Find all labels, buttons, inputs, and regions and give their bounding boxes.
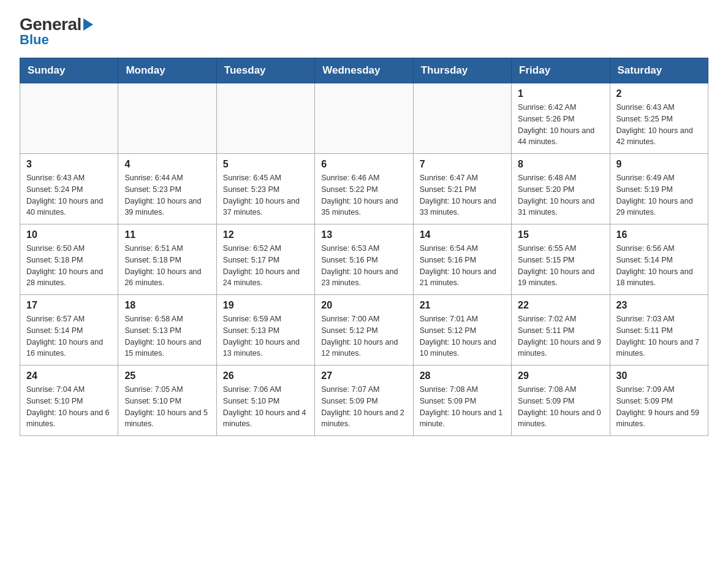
day-number: 6 bbox=[321, 159, 406, 170]
day-info: Sunrise: 7:00 AMSunset: 5:12 PMDaylight:… bbox=[321, 313, 406, 359]
day-number: 30 bbox=[616, 370, 702, 381]
calendar-cell: 2Sunrise: 6:43 AMSunset: 5:25 PMDaylight… bbox=[610, 83, 708, 154]
calendar-cell: 8Sunrise: 6:48 AMSunset: 5:20 PMDaylight… bbox=[512, 154, 610, 224]
calendar-cell: 7Sunrise: 6:47 AMSunset: 5:21 PMDaylight… bbox=[413, 154, 511, 224]
day-number: 4 bbox=[124, 159, 210, 170]
calendar-cell: 17Sunrise: 6:57 AMSunset: 5:14 PMDayligh… bbox=[20, 295, 118, 366]
day-number: 18 bbox=[124, 300, 210, 311]
calendar-cell bbox=[118, 83, 216, 154]
day-info: Sunrise: 6:51 AMSunset: 5:18 PMDaylight:… bbox=[124, 243, 210, 289]
day-number: 21 bbox=[420, 300, 505, 311]
day-info: Sunrise: 7:01 AMSunset: 5:12 PMDaylight:… bbox=[420, 313, 505, 359]
day-info: Sunrise: 6:42 AMSunset: 5:26 PMDaylight:… bbox=[518, 102, 603, 148]
calendar-cell: 13Sunrise: 6:53 AMSunset: 5:16 PMDayligh… bbox=[315, 224, 413, 295]
day-info: Sunrise: 6:46 AMSunset: 5:22 PMDaylight:… bbox=[321, 172, 406, 218]
calendar-cell: 1Sunrise: 6:42 AMSunset: 5:26 PMDaylight… bbox=[512, 83, 610, 154]
week-row-1: 1Sunrise: 6:42 AMSunset: 5:26 PMDaylight… bbox=[20, 83, 708, 154]
day-info: Sunrise: 6:55 AMSunset: 5:15 PMDaylight:… bbox=[518, 243, 603, 289]
calendar-cell: 23Sunrise: 7:03 AMSunset: 5:11 PMDayligh… bbox=[610, 295, 708, 366]
calendar-cell: 3Sunrise: 6:43 AMSunset: 5:24 PMDaylight… bbox=[20, 154, 118, 224]
day-number: 3 bbox=[26, 159, 112, 170]
calendar-cell: 18Sunrise: 6:58 AMSunset: 5:13 PMDayligh… bbox=[118, 295, 216, 366]
day-number: 22 bbox=[518, 300, 603, 311]
day-number: 12 bbox=[223, 229, 308, 240]
day-info: Sunrise: 6:43 AMSunset: 5:24 PMDaylight:… bbox=[26, 172, 112, 218]
day-number: 14 bbox=[420, 229, 505, 240]
column-header-friday: Friday bbox=[512, 58, 610, 83]
week-row-5: 24Sunrise: 7:04 AMSunset: 5:10 PMDayligh… bbox=[20, 366, 708, 436]
calendar-cell: 4Sunrise: 6:44 AMSunset: 5:23 PMDaylight… bbox=[118, 154, 216, 224]
day-number: 28 bbox=[420, 370, 505, 381]
calendar-cell: 9Sunrise: 6:49 AMSunset: 5:19 PMDaylight… bbox=[610, 154, 708, 224]
day-info: Sunrise: 6:57 AMSunset: 5:14 PMDaylight:… bbox=[26, 313, 112, 359]
week-row-2: 3Sunrise: 6:43 AMSunset: 5:24 PMDaylight… bbox=[20, 154, 708, 224]
day-number: 20 bbox=[321, 300, 406, 311]
calendar-table: SundayMondayTuesdayWednesdayThursdayFrid… bbox=[20, 58, 708, 436]
calendar-cell bbox=[315, 83, 413, 154]
day-info: Sunrise: 6:45 AMSunset: 5:23 PMDaylight:… bbox=[223, 172, 308, 218]
day-number: 19 bbox=[223, 300, 308, 311]
calendar-cell: 25Sunrise: 7:05 AMSunset: 5:10 PMDayligh… bbox=[118, 366, 216, 436]
calendar-cell bbox=[216, 83, 314, 154]
column-header-sunday: Sunday bbox=[20, 58, 118, 83]
day-number: 10 bbox=[26, 229, 112, 240]
day-info: Sunrise: 7:03 AMSunset: 5:11 PMDaylight:… bbox=[616, 313, 702, 359]
day-number: 13 bbox=[321, 229, 406, 240]
calendar-cell: 14Sunrise: 6:54 AMSunset: 5:16 PMDayligh… bbox=[413, 224, 511, 295]
week-row-4: 17Sunrise: 6:57 AMSunset: 5:14 PMDayligh… bbox=[20, 295, 708, 366]
calendar-cell: 29Sunrise: 7:08 AMSunset: 5:09 PMDayligh… bbox=[512, 366, 610, 436]
day-info: Sunrise: 7:08 AMSunset: 5:09 PMDaylight:… bbox=[518, 384, 603, 430]
calendar-header-row: SundayMondayTuesdayWednesdayThursdayFrid… bbox=[20, 58, 708, 83]
day-info: Sunrise: 6:56 AMSunset: 5:14 PMDaylight:… bbox=[616, 243, 702, 289]
calendar-cell: 22Sunrise: 7:02 AMSunset: 5:11 PMDayligh… bbox=[512, 295, 610, 366]
day-info: Sunrise: 7:02 AMSunset: 5:11 PMDaylight:… bbox=[518, 313, 603, 359]
day-info: Sunrise: 6:47 AMSunset: 5:21 PMDaylight:… bbox=[420, 172, 505, 218]
day-info: Sunrise: 6:50 AMSunset: 5:18 PMDaylight:… bbox=[26, 243, 112, 289]
day-number: 17 bbox=[26, 300, 112, 311]
day-info: Sunrise: 6:44 AMSunset: 5:23 PMDaylight:… bbox=[124, 172, 210, 218]
day-number: 27 bbox=[321, 370, 406, 381]
day-info: Sunrise: 7:07 AMSunset: 5:09 PMDaylight:… bbox=[321, 384, 406, 430]
day-number: 1 bbox=[518, 88, 603, 99]
day-number: 5 bbox=[223, 159, 308, 170]
day-info: Sunrise: 6:59 AMSunset: 5:13 PMDaylight:… bbox=[223, 313, 308, 359]
calendar-cell: 6Sunrise: 6:46 AMSunset: 5:22 PMDaylight… bbox=[315, 154, 413, 224]
day-number: 15 bbox=[518, 229, 603, 240]
logo: General Blue bbox=[20, 15, 93, 48]
day-info: Sunrise: 6:43 AMSunset: 5:25 PMDaylight:… bbox=[616, 102, 702, 148]
page-header: General Blue bbox=[20, 15, 708, 48]
day-info: Sunrise: 6:58 AMSunset: 5:13 PMDaylight:… bbox=[124, 313, 210, 359]
day-number: 26 bbox=[223, 370, 308, 381]
week-row-3: 10Sunrise: 6:50 AMSunset: 5:18 PMDayligh… bbox=[20, 224, 708, 295]
day-number: 2 bbox=[616, 88, 702, 99]
day-info: Sunrise: 7:09 AMSunset: 5:09 PMDaylight:… bbox=[616, 384, 702, 430]
calendar-cell bbox=[413, 83, 511, 154]
day-info: Sunrise: 6:53 AMSunset: 5:16 PMDaylight:… bbox=[321, 243, 406, 289]
column-header-wednesday: Wednesday bbox=[315, 58, 413, 83]
calendar-cell: 27Sunrise: 7:07 AMSunset: 5:09 PMDayligh… bbox=[315, 366, 413, 436]
calendar-cell: 20Sunrise: 7:00 AMSunset: 5:12 PMDayligh… bbox=[315, 295, 413, 366]
column-header-thursday: Thursday bbox=[413, 58, 511, 83]
calendar-cell: 30Sunrise: 7:09 AMSunset: 5:09 PMDayligh… bbox=[610, 366, 708, 436]
calendar-cell: 5Sunrise: 6:45 AMSunset: 5:23 PMDaylight… bbox=[216, 154, 314, 224]
calendar-cell: 24Sunrise: 7:04 AMSunset: 5:10 PMDayligh… bbox=[20, 366, 118, 436]
day-info: Sunrise: 7:05 AMSunset: 5:10 PMDaylight:… bbox=[124, 384, 210, 430]
day-info: Sunrise: 6:52 AMSunset: 5:17 PMDaylight:… bbox=[223, 243, 308, 289]
calendar-cell: 11Sunrise: 6:51 AMSunset: 5:18 PMDayligh… bbox=[118, 224, 216, 295]
day-info: Sunrise: 6:48 AMSunset: 5:20 PMDaylight:… bbox=[518, 172, 603, 218]
column-header-tuesday: Tuesday bbox=[216, 58, 314, 83]
calendar-cell: 12Sunrise: 6:52 AMSunset: 5:17 PMDayligh… bbox=[216, 224, 314, 295]
calendar-cell: 26Sunrise: 7:06 AMSunset: 5:10 PMDayligh… bbox=[216, 366, 314, 436]
day-number: 11 bbox=[124, 229, 210, 240]
day-info: Sunrise: 6:49 AMSunset: 5:19 PMDaylight:… bbox=[616, 172, 702, 218]
calendar-cell: 15Sunrise: 6:55 AMSunset: 5:15 PMDayligh… bbox=[512, 224, 610, 295]
column-header-saturday: Saturday bbox=[610, 58, 708, 83]
day-number: 29 bbox=[518, 370, 603, 381]
day-info: Sunrise: 6:54 AMSunset: 5:16 PMDaylight:… bbox=[420, 243, 505, 289]
day-number: 9 bbox=[616, 159, 702, 170]
logo-triangle-icon bbox=[83, 18, 93, 31]
day-number: 8 bbox=[518, 159, 603, 170]
day-number: 25 bbox=[124, 370, 210, 381]
day-number: 16 bbox=[616, 229, 702, 240]
calendar-cell: 19Sunrise: 6:59 AMSunset: 5:13 PMDayligh… bbox=[216, 295, 314, 366]
